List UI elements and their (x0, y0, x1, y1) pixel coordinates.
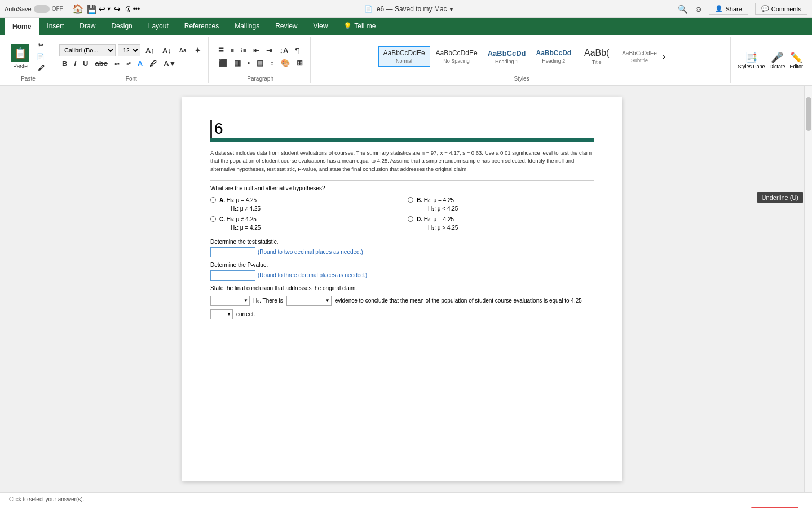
search-icon[interactable]: 🔍 (678, 5, 687, 14)
comments-button[interactable]: 💬Comments (755, 3, 807, 15)
autosave-state: OFF (52, 6, 63, 12)
justify-button[interactable]: ▤ (254, 58, 266, 68)
scroll-thumb[interactable] (806, 97, 811, 131)
increase-indent-button[interactable]: ⇥ (263, 45, 275, 56)
sort-button[interactable]: ↕A (276, 45, 291, 56)
radio-c[interactable] (210, 216, 216, 222)
font-size-select[interactable]: 12 (118, 44, 140, 56)
clipboard-sub-buttons: ✂ 📄 🖌 (34, 41, 47, 72)
p-value-input[interactable] (210, 270, 255, 281)
test-statistic-input[interactable] (210, 247, 255, 257)
styles-pane-button[interactable]: 📑 Styles Pane (738, 51, 765, 69)
superscript-button[interactable]: x² (123, 60, 134, 68)
bottom-content: Click to select your answer(s). Next (0, 493, 812, 508)
decrease-indent-button[interactable]: ⇤ (250, 45, 262, 56)
vertical-scrollbar[interactable] (804, 86, 812, 492)
tab-view[interactable]: View (306, 18, 336, 35)
format-painter-button[interactable]: 🖌 (34, 63, 47, 72)
title-dropdown-icon[interactable]: ▼ (449, 7, 454, 12)
redo-icon[interactable]: ↪ (114, 5, 121, 14)
bottom-panel: Click to select your answer(s). Next (0, 492, 812, 508)
home-icon[interactable]: 🏠 (72, 3, 83, 14)
question-number: 6 (210, 120, 594, 138)
hypothesis-option-d: D. H₀: μ = 4.25 H₁: μ > 4.25 (408, 215, 594, 232)
test-statistic-section: Determine the test statistic. (Round to … (210, 239, 594, 257)
align-right-button[interactable]: ▪ (245, 58, 253, 68)
italic-button[interactable]: I (71, 58, 79, 69)
style-subtitle-preview: AaBbCcDdEe (622, 50, 657, 56)
font-grow-button[interactable]: A↑ (143, 45, 157, 56)
dictate-button[interactable]: 🎤 Dictate (769, 51, 785, 69)
editor-button[interactable]: ✏️ Editor (789, 51, 803, 69)
style-h1-label: Heading 1 (495, 59, 518, 64)
conclusion-middle-text: evidence to conclude that the mean of th… (335, 297, 582, 304)
font-color-button[interactable]: A (135, 58, 145, 69)
style-no-spacing[interactable]: AaBbCcDdEe No Spacing (431, 47, 482, 66)
paste-button[interactable]: 📋 Paste (9, 42, 32, 72)
font-shrink-button[interactable]: A↓ (160, 45, 174, 56)
radio-d[interactable] (408, 216, 413, 222)
h0-c: C. H₀: μ ≠ 4.25 (219, 215, 261, 224)
test-statistic-answer-area: (Round to two decimal places as needed.) (210, 247, 594, 257)
font-family-select[interactable]: Calibri (Bo... (59, 44, 116, 56)
tab-design[interactable]: Design (103, 18, 140, 35)
line-spacing-button[interactable]: ↕ (267, 58, 277, 68)
highlight-button[interactable]: 🖊 (147, 58, 160, 69)
align-left-button[interactable]: ⬛ (215, 58, 230, 68)
styles-more-button[interactable]: › (663, 52, 665, 61)
radio-b[interactable] (408, 197, 413, 203)
main-area: 6 A data set includes data from student … (0, 86, 812, 492)
style-title[interactable]: AaBb( Title (577, 46, 616, 67)
h1-a: H₁: μ ≠ 4.25 (219, 204, 261, 213)
tab-review[interactable]: Review (267, 18, 305, 35)
multilevel-button[interactable]: ⁝≡ (238, 46, 249, 55)
tab-insert[interactable]: Insert (39, 18, 72, 35)
autosave-toggle[interactable] (34, 5, 50, 13)
show-hide-button[interactable]: ¶ (292, 45, 302, 56)
tab-home[interactable]: Home (5, 18, 39, 35)
tab-mailings[interactable]: Mailings (227, 18, 267, 35)
conclusion-suffix-text: correct. (236, 311, 255, 317)
teal-divider (210, 138, 594, 142)
style-heading1[interactable]: AaBbCcDd Heading 1 (483, 47, 531, 67)
test-statistic-note: (Round to two decimal places as needed.) (258, 249, 363, 255)
h1-d: H₁: μ > 4.25 (417, 224, 458, 232)
tab-references[interactable]: References (176, 18, 227, 35)
tools-group: 📑 Styles Pane 🎤 Dictate ✏️ Editor (733, 37, 807, 83)
conclusion-dropdown-1[interactable] (210, 296, 250, 306)
tab-draw[interactable]: Draw (72, 18, 103, 35)
style-heading2[interactable]: AaBbCcDd Heading 2 (532, 47, 576, 66)
change-case-button[interactable]: Aa (176, 46, 189, 55)
subscript-button[interactable]: x₂ (112, 60, 122, 68)
share-button[interactable]: 👤Share (709, 3, 748, 15)
cut-button[interactable]: ✂ (34, 41, 47, 50)
document-container: 6 A data set includes data from student … (0, 86, 804, 492)
clear-format-button[interactable]: ✦ (192, 45, 204, 56)
p-value-note: (Round to three decimal places as needed… (258, 272, 367, 278)
underline-button[interactable]: U (80, 58, 91, 69)
more-options-icon[interactable]: ••• (133, 5, 140, 13)
align-center-button[interactable]: ▦ (231, 58, 244, 68)
copy-button[interactable]: 📄 (34, 52, 47, 62)
numbering-button[interactable]: ≡ (228, 46, 237, 55)
radio-a[interactable] (210, 197, 216, 203)
undo-icon[interactable]: ↩ (99, 5, 105, 14)
undo-dropdown-icon[interactable]: ▼ (107, 6, 112, 12)
style-normal[interactable]: AaBbCcDdEe Normal (378, 46, 430, 67)
borders-button[interactable]: ⊞ (294, 58, 306, 68)
text-color-button[interactable]: A▼ (161, 58, 179, 69)
paste-label: Paste (21, 76, 36, 83)
bullets-button[interactable]: ☰ (215, 46, 227, 55)
save-icon[interactable]: 💾 (87, 5, 96, 14)
bold-button[interactable]: B (59, 58, 70, 69)
tab-tell-me[interactable]: 💡Tell me (336, 18, 383, 35)
tab-layout[interactable]: Layout (140, 18, 176, 35)
style-h1-preview: AaBbCcDd (488, 49, 526, 58)
style-subtitle[interactable]: AaBbCcDdEe Subtitle (617, 48, 661, 65)
strikethrough-button[interactable]: abc (92, 58, 110, 69)
print-icon[interactable]: 🖨 (123, 5, 131, 14)
emoji-icon[interactable]: ☺ (694, 5, 702, 14)
shading-button[interactable]: 🎨 (278, 58, 293, 68)
conclusion-dropdown-3[interactable] (210, 309, 233, 319)
conclusion-dropdown-2[interactable] (286, 296, 332, 306)
